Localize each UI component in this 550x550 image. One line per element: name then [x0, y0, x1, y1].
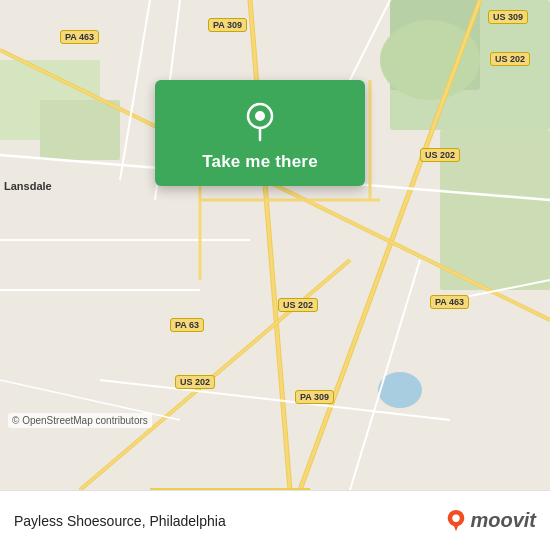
road-badge-us202-low: US 202: [175, 375, 215, 389]
map-container: Take me there © OpenStreetMap contributo…: [0, 0, 550, 490]
cta-card[interactable]: Take me there: [155, 80, 365, 186]
road-badge-pa309-low: PA 309: [295, 390, 334, 404]
svg-point-31: [255, 111, 265, 121]
road-badge-us202-top-right: US 202: [490, 52, 530, 66]
place-label-lansdale: Lansdale: [4, 180, 52, 192]
road-badge-pa309-top: PA 309: [208, 18, 247, 32]
road-badge-pa463-right: PA 463: [430, 295, 469, 309]
cta-label: Take me there: [202, 152, 318, 172]
svg-point-35: [453, 514, 460, 521]
road-badge-us309-top-right: US 309: [488, 10, 528, 24]
road-badge-us202-mid: US 202: [278, 298, 318, 312]
svg-rect-6: [40, 100, 120, 160]
place-name: Payless Shoesource, Philadelphia: [14, 513, 226, 529]
svg-point-3: [380, 20, 480, 100]
moovit-logo: moovit: [446, 509, 536, 533]
location-pin-icon: [238, 98, 282, 142]
road-badge-pa63: PA 63: [170, 318, 204, 332]
moovit-brand-text: moovit: [470, 509, 536, 532]
bottom-bar: Payless Shoesource, Philadelphia moovit: [0, 490, 550, 550]
road-badge-pa463-top: PA 463: [60, 30, 99, 44]
moovit-pin-icon: [446, 509, 466, 533]
map-attribution: © OpenStreetMap contributors: [8, 413, 152, 428]
svg-marker-34: [453, 521, 460, 530]
road-badge-us202-right: US 202: [420, 148, 460, 162]
